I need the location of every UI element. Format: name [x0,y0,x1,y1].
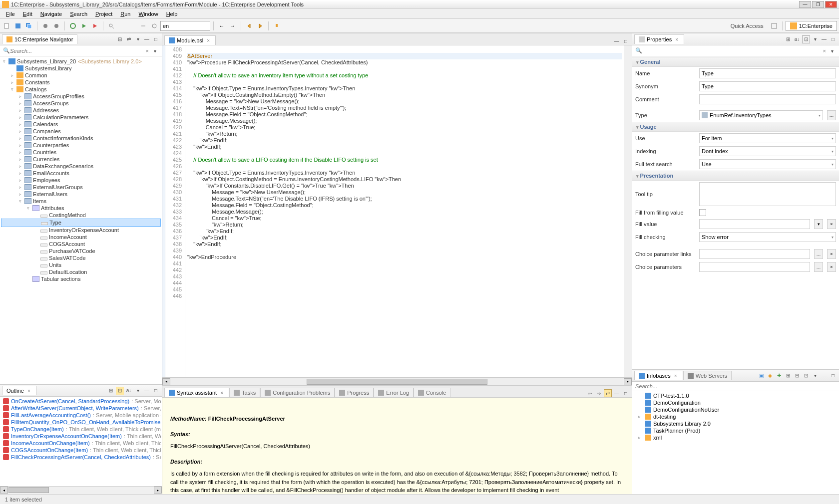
tree-root[interactable]: ▿ Subsystems_Library_20 <Subsystems Libr… [1,58,161,65]
minimize-panel-button[interactable]: — [143,35,151,43]
tree-node-calculationparameters[interactable]: ▹CalculationParameters [1,114,161,121]
tab-configuration-problems[interactable]: Configuration Problems [260,388,335,397]
ib-tool2[interactable]: ◆ [766,372,774,380]
menu-edit[interactable]: Edit [19,10,36,18]
expand-icon[interactable]: ▹ [17,143,23,148]
new-button[interactable] [2,21,12,31]
tree-node-accessgroups[interactable]: ▹AccessGroups [1,100,161,107]
outline-item[interactable]: FillItemQuantity_OnPO_OnSO_OnHand_Availa… [1,419,161,426]
tree-node-cogsaccount[interactable]: COGSAccount [1,241,161,248]
tree-node-calendars[interactable]: ▹Calendars [1,121,161,128]
expand-icon[interactable]: ▹ [638,435,643,440]
select-use[interactable]: For item [699,133,836,143]
infobase-item[interactable]: TaskPlanner (Prod) [633,427,838,434]
navigator-search-input[interactable] [10,48,144,54]
hscroll-track[interactable] [171,378,623,385]
tree-node-defaultlocation[interactable]: DefaultLocation [1,268,161,275]
tab-error-log[interactable]: Error Log [374,388,414,397]
tree-node-common[interactable]: ▹Common [1,72,161,79]
close-outline-button[interactable]: × [26,388,32,394]
tree-node-contactinformationkinds[interactable]: ▹ContactInformationKinds [1,135,161,142]
hscroll-right-button[interactable]: ▸ [624,378,632,385]
properties-search-input[interactable] [642,48,821,54]
expand-icon[interactable]: ▹ [17,108,23,113]
tree-node-tabular sections[interactable]: Tabular sections [1,275,161,282]
choice-links-more-button[interactable]: … [814,249,823,259]
expand-icon[interactable]: ▹ [17,178,23,183]
section-presentation[interactable]: Presentation [632,171,839,181]
outline-item[interactable]: InventoryOrExpenseAccountOnChange(Item) … [1,433,161,440]
nav-left-button[interactable] [244,21,254,31]
hscroll-thumb[interactable] [307,379,487,385]
section-general[interactable]: General [632,57,839,67]
ib-maximize-button[interactable]: □ [829,372,837,380]
scroll-left-button[interactable]: ◂ [0,487,8,494]
expand-icon[interactable]: ▹ [17,94,23,99]
infobases-tab[interactable]: Infobases × [634,371,683,380]
menu-search[interactable]: Search [66,10,91,18]
nav-right-button[interactable] [255,21,265,31]
close-syntax-button[interactable]: × [219,390,225,396]
ib-add-button[interactable]: ✚ [775,372,783,380]
expand-icon[interactable]: ▹ [638,414,643,419]
input-synonym[interactable] [699,81,836,91]
language-dropdown[interactable]: en [160,21,210,31]
section-usage[interactable]: Usage [632,122,839,132]
input-choice-param-links[interactable] [699,249,810,259]
pin-button[interactable] [272,21,282,31]
infobase-item[interactable]: ▹dt-testing [633,413,838,420]
ib-tool1[interactable]: ▣ [757,372,765,380]
menu-run[interactable]: Run [116,10,134,18]
tree-node-dataexchangescenarios[interactable]: ▹DataExchangeScenarios [1,163,161,170]
expand-icon[interactable]: ▹ [17,122,23,127]
navigator-tree[interactable]: ▿ Subsystems_Library_20 <Subsystems Libr… [0,57,162,384]
ib-minimize-button[interactable]: — [820,372,828,380]
choice-params-clear-button[interactable]: × [827,262,836,272]
toggle-button[interactable] [149,21,159,31]
outline-item[interactable]: AfterWriteAtServer(CurrentObject, WriteP… [1,405,161,412]
minimize-button[interactable]: — [799,1,811,8]
syntax-maximize-button[interactable]: □ [622,389,630,397]
editor-tab[interactable]: Module.bsl × [164,35,216,45]
tree-node-attributes[interactable]: ▿Attributes [1,205,161,212]
close-button[interactable]: ✕ [825,1,837,8]
debug-button[interactable] [68,21,78,31]
close-editor-button[interactable]: × [205,37,211,43]
tree-node-externalusergroups[interactable]: ▹ExternalUserGroups [1,184,161,191]
hscroll-left-button[interactable]: ◂ [162,378,170,385]
checkbox-fill-from[interactable] [699,209,706,216]
props-menu-button[interactable]: ▾ [811,35,819,43]
expand-icon[interactable]: ▹ [17,171,23,176]
nav-forward-button[interactable]: → [228,21,238,31]
tree-node-constants[interactable]: ▹Constants [1,79,161,86]
expand-icon[interactable]: ▹ [17,157,23,162]
infobase-item[interactable]: ▹xml [633,434,838,441]
expand-icon[interactable]: ▹ [17,185,23,190]
outline-maximize-button[interactable]: □ [152,387,160,395]
ib-tool5[interactable]: ⊟ [793,372,801,380]
scroll-right-button[interactable]: ▸ [154,487,162,494]
properties-tab[interactable]: Properties × [634,34,684,44]
infobase-item[interactable]: DemoConfigurationNoUser [633,406,838,413]
menu-help[interactable]: Help [162,10,182,18]
outline-item[interactable]: OnCreateAtServer(Cancel, StandardProcess… [1,398,161,405]
editor-maximize-button[interactable]: □ [622,37,630,45]
clear-search-button[interactable]: × [144,48,151,54]
infobases-search-input[interactable] [635,383,836,389]
menu-navigate[interactable]: Navigate [36,10,66,18]
tab-tasks[interactable]: Tasks [229,388,260,397]
save-button[interactable] [13,21,23,31]
link-editor-button[interactable]: ⇄ [125,35,133,43]
editor-body[interactable]: 4084094104114124134144154164174184194204… [162,45,632,377]
input-comment[interactable] [699,94,836,104]
tree-node-type[interactable]: Type [1,219,161,227]
outline-tool1[interactable]: ⊞ [107,387,115,395]
tree-node-items[interactable]: ▿Items [1,198,161,205]
tree-node-catalogs[interactable]: ▿Catalogs [1,86,161,93]
expand-icon[interactable]: ▹ [17,136,23,141]
ib-tool4[interactable]: ⊞ [784,372,792,380]
outline-minimize-button[interactable]: — [143,387,151,395]
outline-item[interactable]: FillCheckProcessingAtServer(Cancel, Chec… [1,454,161,461]
close-properties-button[interactable]: × [674,36,680,42]
syntax-back-button[interactable]: ⇦ [586,389,594,397]
